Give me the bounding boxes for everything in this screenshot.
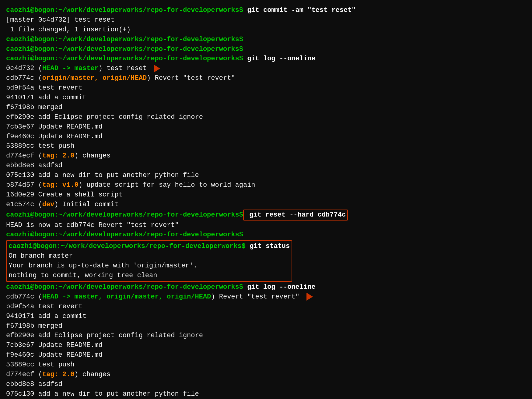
terminal-line: 53889cc test push [6, 360, 526, 370]
terminal-line: f9e460c Update README.md [6, 350, 526, 360]
terminal-line: caozhi@bogon:~/work/developerworks/repo-… [6, 54, 526, 64]
terminal-line: 7cb3e67 Update README.md [6, 122, 526, 132]
terminal-line: 7cb3e67 Update README.md [6, 341, 526, 350]
terminal-line: 9410171 add a commit [6, 93, 526, 103]
terminal-line: 53889cc test push [6, 141, 526, 151]
terminal-line: nothing to commit, working tree clean [9, 271, 290, 281]
terminal-line: efb290e add Eclipse project config relat… [6, 112, 526, 122]
terminal-line: bd9f54a test revert [6, 83, 526, 93]
terminal-line: b874d57 (tag: v1.0) update script for sa… [6, 180, 526, 190]
terminal-line: 0c4d732 (HEAD -> master) test reset [6, 64, 526, 73]
terminal-line: 1 file changed, 1 insertion(+) [6, 25, 526, 35]
terminal-line: 9410171 add a commit [6, 312, 526, 321]
terminal-line: Your branch is up-to-date with 'origin/m… [9, 261, 290, 271]
terminal-line: f67198b merged [6, 103, 526, 112]
terminal-line: caozhi@bogon:~/work/developerworks/repo-… [6, 44, 526, 54]
terminal-line: caozhi@bogon:~/work/developerworks/repo-… [6, 230, 526, 240]
terminal-line: HEAD is now at cdb774c Revert "test reve… [6, 221, 526, 230]
terminal-line: 16d0e29 Create a shell script [6, 190, 526, 200]
git-status-box: caozhi@bogon:~/work/developerworks/repo-… [6, 240, 292, 282]
terminal-line: d774ecf (tag: 2.0) changes [6, 370, 526, 380]
terminal-line: 075c130 add a new dir to put another pyt… [6, 171, 526, 180]
terminal-line: e1c574c (dev) Initial commit [6, 200, 526, 210]
terminal-line: ebbd8e8 asdfsd [6, 380, 526, 389]
terminal-line: d774ecf (tag: 2.0) changes [6, 151, 526, 161]
terminal-line: caozhi@bogon:~/work/developerworks/repo-… [6, 35, 526, 44]
terminal: caozhi@bogon:~/work/developerworks/repo-… [6, 5, 526, 399]
terminal-line: f9e460c Update README.md [6, 132, 526, 142]
arrow-icon [154, 65, 160, 72]
terminal-line: [master 0c4d732] test reset [6, 15, 526, 25]
terminal-line: ebbd8e8 asdfsd [6, 161, 526, 171]
terminal-line: efb290e add Eclipse project config relat… [6, 331, 526, 341]
terminal-line: On branch master [9, 251, 290, 261]
terminal-line: bd9f54a test revert [6, 302, 526, 312]
terminal-line: f67198b merged [6, 321, 526, 331]
arrow-icon [306, 293, 313, 301]
terminal-line: cdb774c (HEAD -> master, origin/master, … [6, 292, 526, 302]
terminal-line: caozhi@bogon:~/work/developerworks/repo-… [6, 210, 526, 221]
terminal-line: cdb774c (origin/master, origin/HEAD) Rev… [6, 73, 526, 83]
terminal-line: 075c130 add a new dir to put another pyt… [6, 389, 526, 399]
terminal-line: caozhi@bogon:~/work/developerworks/repo-… [6, 282, 526, 292]
terminal-line: caozhi@bogon:~/work/developerworks/repo-… [6, 5, 526, 15]
